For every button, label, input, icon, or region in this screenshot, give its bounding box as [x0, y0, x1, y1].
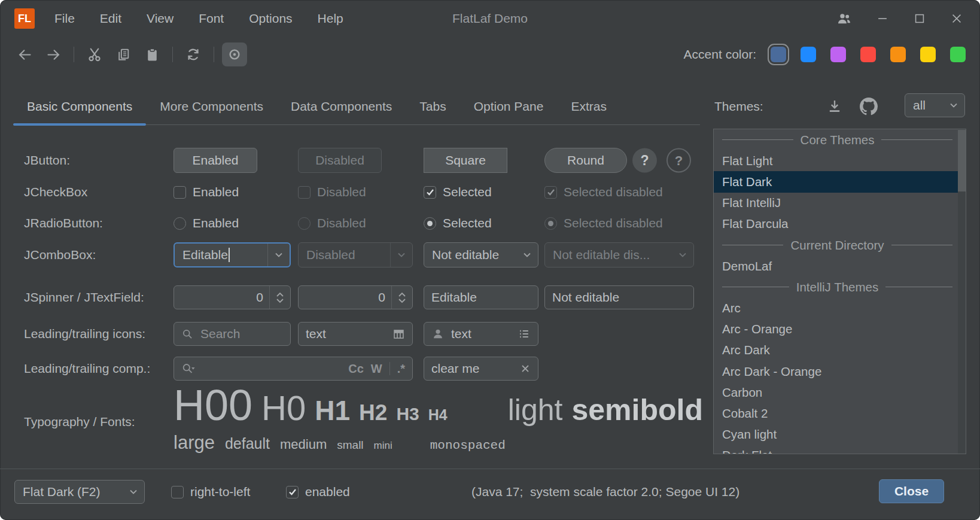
accent-color-swatch[interactable] — [830, 47, 846, 62]
accent-color-swatch[interactable] — [950, 47, 966, 62]
tab[interactable]: Extras — [557, 88, 620, 124]
theme-list-item[interactable]: Core Themes — [714, 129, 966, 150]
table-icon[interactable] — [392, 328, 405, 340]
copy-button[interactable] — [111, 42, 136, 66]
menu-item[interactable]: Help — [305, 0, 356, 37]
accent-color-swatch[interactable] — [801, 47, 816, 62]
users-button[interactable] — [836, 11, 852, 26]
textfield-value[interactable]: text — [306, 327, 326, 341]
tab[interactable]: Option Pane — [460, 88, 558, 124]
enabled-button[interactable]: Enabled — [174, 148, 257, 173]
menu-item[interactable]: Options — [236, 0, 305, 37]
theme-list-item[interactable]: Carbon — [714, 382, 966, 403]
theme-list-item[interactable]: IntelliJ Themes — [714, 276, 966, 297]
checkbox-checked-icon — [286, 486, 299, 498]
theme-list-item[interactable]: Arc - Orange — [714, 319, 966, 340]
theme-list-item[interactable]: Arc Dark - Orange — [714, 361, 966, 382]
chevron-down-icon — [276, 298, 284, 303]
paste-button[interactable] — [139, 42, 165, 66]
spinner-buttons[interactable] — [269, 286, 290, 309]
maximize-button[interactable] — [913, 12, 926, 25]
minimize-button[interactable] — [876, 12, 889, 25]
tab[interactable]: More Components — [146, 88, 277, 124]
theme-list-item[interactable]: Cyan light — [714, 424, 966, 445]
spinner-buttons[interactable] — [391, 286, 412, 309]
chevron-down-icon[interactable] — [267, 244, 290, 266]
menu-item[interactable]: View — [134, 0, 186, 37]
radio-label: Selected disabled — [564, 216, 663, 230]
square-button[interactable]: Square — [424, 148, 507, 173]
textfield-value[interactable]: Editable — [431, 290, 477, 305]
textfield-value[interactable]: text — [451, 327, 471, 341]
checkbox-selected[interactable]: Selected — [424, 185, 492, 199]
laf-combobox[interactable]: Flat Dark (F2) — [14, 480, 145, 504]
minimize-icon — [876, 12, 889, 25]
help-button[interactable]: ? — [632, 148, 657, 173]
refresh-button[interactable] — [181, 42, 206, 66]
scissors-icon — [87, 47, 102, 62]
search-field-with-components[interactable]: Cc W .* — [174, 357, 413, 381]
inspect-toggle-button[interactable] — [222, 42, 247, 66]
chevron-down-icon[interactable] — [123, 481, 144, 503]
nav-back-button[interactable] — [12, 42, 37, 66]
accent-color-swatch[interactable] — [890, 47, 906, 62]
regex-toggle[interactable]: .* — [397, 362, 405, 376]
download-themes-button[interactable] — [822, 94, 847, 119]
round-button[interactable]: Round — [544, 148, 627, 173]
theme-list-item[interactable]: Flat IntelliJ — [714, 193, 966, 214]
accent-color-swatch[interactable] — [860, 47, 876, 62]
enabled-checkbox[interactable]: enabled — [286, 485, 350, 499]
accent-color-swatch[interactable] — [771, 47, 786, 62]
spinner-value[interactable]: 0 — [174, 290, 269, 305]
theme-list-item[interactable]: Flat Dark — [714, 171, 966, 192]
editable-combobox[interactable]: Editable — [174, 242, 291, 267]
list-icon[interactable] — [518, 327, 531, 340]
spinner[interactable]: 0 — [298, 285, 413, 309]
text-field-person-list[interactable]: text — [424, 322, 538, 346]
close-window-button[interactable] — [950, 12, 963, 25]
theme-list-item[interactable]: Arc — [714, 298, 966, 319]
radio-icon — [298, 217, 311, 230]
cut-button[interactable] — [82, 42, 107, 66]
theme-list-item[interactable]: Dark Flat — [714, 445, 966, 454]
clear-icon[interactable] — [520, 363, 531, 374]
theme-list-item[interactable]: Cobalt 2 — [714, 403, 966, 424]
menu-item[interactable]: Font — [186, 0, 236, 37]
font-size-sample: mini — [374, 440, 392, 452]
not-editable-combobox[interactable]: Not editable — [424, 242, 538, 267]
combobox-value[interactable]: Editable — [175, 248, 267, 262]
checkbox-enabled[interactable]: Enabled — [174, 185, 239, 199]
theme-list-item[interactable]: Flat Darcula — [714, 214, 966, 235]
accent-color-swatch[interactable] — [920, 47, 936, 62]
theme-list-item[interactable]: DemoLaf — [714, 256, 966, 276]
search-placeholder[interactable]: Search — [200, 327, 241, 341]
chevron-down-icon[interactable] — [516, 243, 538, 267]
menu-item[interactable]: File — [42, 0, 87, 37]
spinner-value[interactable]: 0 — [299, 290, 391, 305]
close-button[interactable]: Close — [879, 479, 944, 503]
nav-forward-button[interactable] — [41, 42, 66, 66]
match-case-toggle[interactable]: Cc — [348, 362, 364, 376]
themes-scrollbar-thumb[interactable] — [958, 130, 966, 191]
text-field-trailing-table[interactable]: text — [298, 322, 413, 346]
theme-filter-combobox[interactable]: all — [905, 93, 965, 117]
textfield-value[interactable]: clear me — [431, 361, 480, 376]
theme-list-item[interactable]: Current Directory — [714, 235, 966, 256]
search-field[interactable]: Search — [174, 322, 291, 346]
whole-word-toggle[interactable]: W — [371, 362, 382, 376]
tab[interactable]: Basic Components — [13, 88, 146, 124]
tab[interactable]: Tabs — [406, 88, 459, 124]
right-to-left-checkbox[interactable]: right-to-left — [171, 485, 250, 499]
github-button[interactable] — [856, 94, 881, 119]
editable-textfield[interactable]: Editable — [424, 285, 538, 309]
tab[interactable]: Data Components — [277, 88, 406, 124]
spinner[interactable]: 0 — [174, 285, 291, 309]
theme-list-item[interactable]: Arc Dark — [714, 340, 966, 361]
radio-enabled[interactable]: Enabled — [174, 216, 239, 230]
menu-item[interactable]: Edit — [87, 0, 134, 37]
search-with-caret-icon[interactable] — [181, 362, 196, 375]
clearable-text-field[interactable]: clear me — [424, 357, 538, 381]
theme-list-item[interactable]: Flat Light — [714, 150, 966, 171]
theme-name: Arc - Orange — [722, 322, 792, 336]
radio-selected[interactable]: Selected — [424, 216, 492, 230]
